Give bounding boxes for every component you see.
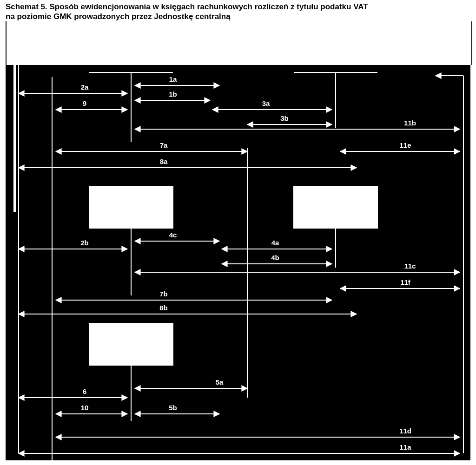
label-8b: 8b — [159, 304, 168, 312]
white-box-b-2 — [89, 323, 173, 365]
schema-title: Schemat 5. Sposób ewidencjonowania w ksi… — [6, 2, 470, 21]
label-11b: 11b — [404, 119, 416, 127]
label-9: 9 — [83, 99, 86, 107]
label-11f: 11f — [400, 278, 411, 286]
label-5a: 5a — [216, 378, 224, 386]
label-11e: 11e — [399, 141, 411, 149]
label-3b: 3b — [280, 114, 289, 122]
title-line-1: Schemat 5. Sposób ewidencjonowania w ksi… — [6, 2, 368, 11]
diagram-svg: 1a 2a 1b 9 3a 3b 11b 7a — [6, 21, 470, 460]
label-8a: 8a — [160, 157, 168, 165]
label-4a: 4a — [271, 239, 279, 247]
label-6: 6 — [83, 387, 86, 395]
white-box-b-1 — [89, 186, 173, 228]
label-1a: 1a — [169, 75, 177, 83]
white-box-c-1 — [294, 186, 377, 228]
label-10: 10 — [81, 404, 89, 412]
diagram-canvas: 1a 2a 1b 9 3a 3b 11b 7a — [6, 21, 470, 460]
label-5b: 5b — [169, 404, 177, 412]
label-7a: 7a — [160, 141, 168, 149]
label-7b: 7b — [159, 290, 168, 298]
label-11d: 11d — [399, 427, 411, 435]
label-2a: 2a — [81, 83, 89, 91]
label-11c: 11c — [404, 262, 416, 270]
label-4b: 4b — [271, 254, 279, 262]
label-3a: 3a — [262, 99, 270, 107]
label-2b: 2b — [80, 239, 89, 247]
title-line-2: na poziomie GMK prowadzonych przez Jedno… — [6, 12, 231, 21]
label-4c: 4c — [169, 231, 177, 239]
label-1b: 1b — [169, 90, 177, 98]
label-11a: 11a — [399, 443, 411, 451]
